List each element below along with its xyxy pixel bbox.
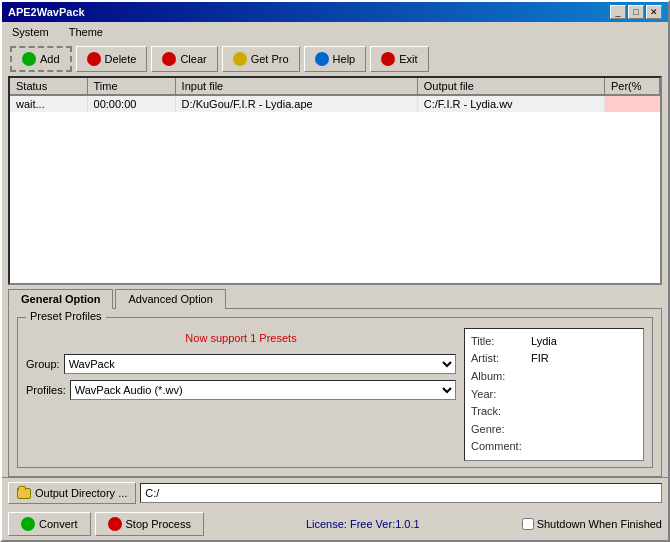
output-dir-bar: Output Directory ... [2, 477, 668, 508]
meta-title: Title: Lydia [471, 333, 637, 351]
window-controls: _ □ ✕ [610, 5, 662, 19]
stop-button[interactable]: Stop Process [95, 512, 204, 536]
col-input: Input file [175, 78, 417, 95]
menu-theme[interactable]: Theme [63, 24, 109, 40]
file-table-container: Status Time Input file Output file Per(%… [8, 76, 662, 285]
meta-year: Year: [471, 386, 637, 404]
shutdown-label[interactable]: Shutdown When Finished [522, 518, 662, 530]
cell-per [604, 95, 659, 112]
stop-icon [108, 517, 122, 531]
group-label: Group: [26, 358, 60, 370]
metadata-panel: Title: Lydia Artist: FIR Album: Year: [464, 328, 644, 461]
help-icon [315, 52, 329, 66]
close-button[interactable]: ✕ [646, 5, 662, 19]
main-window: APE2WavPack _ □ ✕ System Theme Add Delet… [0, 0, 670, 542]
profiles-label: Profiles: [26, 384, 66, 396]
menu-system[interactable]: System [6, 24, 55, 40]
add-icon [22, 52, 36, 66]
exit-button[interactable]: Exit [370, 46, 428, 72]
profiles-select[interactable]: WavPack Audio (*.wv) [70, 380, 456, 400]
exit-icon [381, 52, 395, 66]
cell-status: wait... [10, 95, 87, 112]
shutdown-checkbox[interactable] [522, 518, 534, 530]
meta-comment: Comment: [471, 438, 637, 456]
meta-album: Album: [471, 368, 637, 386]
title-bar: APE2WavPack _ □ ✕ [2, 2, 668, 22]
file-table: Status Time Input file Output file Per(%… [10, 78, 660, 112]
tab-bar: General Option Advanced Option [8, 289, 662, 309]
convert-icon [21, 517, 35, 531]
col-time: Time [87, 78, 175, 95]
output-dir-input[interactable] [140, 483, 662, 503]
getpro-button[interactable]: Get Pro [222, 46, 300, 72]
group-select[interactable]: WavPack [64, 354, 456, 374]
toolbar: Add Delete Clear Get Pro Help Exit [2, 42, 668, 76]
cell-time: 00:00:00 [87, 95, 175, 112]
meta-track: Track: [471, 403, 637, 421]
preset-group-legend: Preset Profiles [26, 310, 106, 322]
col-per: Per(% [604, 78, 659, 95]
delete-icon [87, 52, 101, 66]
table-scroll[interactable]: Status Time Input file Output file Per(%… [10, 78, 660, 283]
convert-button[interactable]: Convert [8, 512, 91, 536]
menu-bar: System Theme [2, 22, 668, 42]
clear-button[interactable]: Clear [151, 46, 217, 72]
maximize-button[interactable]: □ [628, 5, 644, 19]
license-text: License: Free Ver:1.0.1 [208, 518, 518, 530]
add-button[interactable]: Add [10, 46, 72, 72]
col-output: Output file [417, 78, 604, 95]
folder-icon [17, 488, 31, 499]
col-status: Status [10, 78, 87, 95]
tab-advanced[interactable]: Advanced Option [115, 289, 225, 309]
window-title: APE2WavPack [8, 6, 85, 18]
tab-content: Preset Profiles Now support 1 Presets Gr… [8, 308, 662, 477]
table-row: wait... 00:00:00 D:/KuGou/F.I.R - Lydia.… [10, 95, 660, 112]
help-button[interactable]: Help [304, 46, 367, 72]
support-text: Now support 1 Presets [26, 332, 456, 344]
cell-output: C:/F.I.R - Lydia.wv [417, 95, 604, 112]
clear-icon [162, 52, 176, 66]
cell-input: D:/KuGou/F.I.R - Lydia.ape [175, 95, 417, 112]
options-section: General Option Advanced Option Preset Pr… [8, 289, 662, 477]
meta-artist: Artist: FIR [471, 350, 637, 368]
meta-genre: Genre: [471, 421, 637, 439]
preset-left: Now support 1 Presets Group: WavPack Pro… [26, 328, 456, 461]
preset-content: Now support 1 Presets Group: WavPack Pro… [26, 328, 644, 461]
output-dir-button[interactable]: Output Directory ... [8, 482, 136, 504]
minimize-button[interactable]: _ [610, 5, 626, 19]
preset-group: Preset Profiles Now support 1 Presets Gr… [17, 317, 653, 468]
getpro-icon [233, 52, 247, 66]
tab-general[interactable]: General Option [8, 289, 113, 309]
delete-button[interactable]: Delete [76, 46, 148, 72]
group-row: Group: WavPack [26, 354, 456, 374]
profiles-row: Profiles: WavPack Audio (*.wv) [26, 380, 456, 400]
action-bar: Convert Stop Process License: Free Ver:1… [2, 508, 668, 540]
